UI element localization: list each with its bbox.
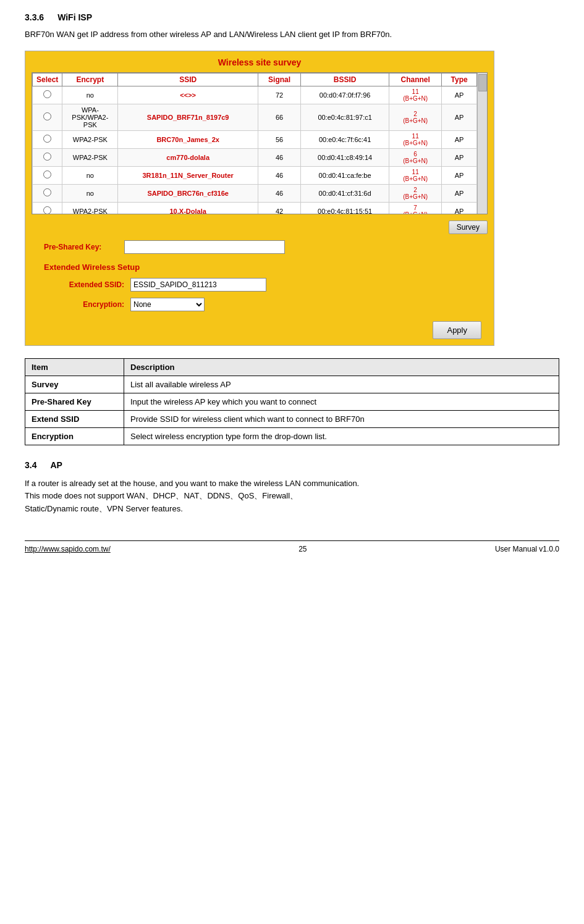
pre-shared-key-label: Pre-Shared Key: [44, 243, 118, 251]
row-channel: 2 (B+G+N) [389, 184, 442, 202]
desc-col-description: Description [124, 358, 559, 376]
survey-table-row: WPA2-PSK BRC70n_James_2x 56 00:e0:4c:7f:… [33, 130, 477, 148]
row-type: AP [442, 130, 477, 148]
encryption-row: Encryption: None WEP WPA-PSK WPA2-PSK [32, 298, 488, 311]
row-encrypt: WPA2-PSK [62, 130, 118, 148]
radio-button[interactable] [43, 112, 51, 120]
desc-item: Pre-Shared Key [25, 393, 124, 410]
row-signal: 42 [258, 202, 300, 214]
footer-version: User Manual v1.0.0 [495, 545, 559, 553]
radio-button[interactable] [43, 90, 51, 98]
survey-table-row: WPA-PSK/WPA2-PSK SAPIDO_BRF71n_8197c9 66… [33, 104, 477, 130]
col-channel: Channel [389, 73, 442, 86]
row-select[interactable] [33, 148, 62, 166]
col-bssid: BSSID [301, 73, 389, 86]
row-encrypt: no [62, 86, 118, 104]
row-ssid: 10.X-Dolala [118, 202, 258, 214]
survey-table-wrapper: Select Encrypt SSID Signal BSSID Channel… [32, 72, 488, 214]
row-encrypt: no [62, 184, 118, 202]
radio-button[interactable] [43, 170, 51, 178]
scrollbar[interactable] [477, 73, 487, 214]
row-bssid: 00:d0:41:ca:fe:be [301, 166, 389, 184]
radio-button[interactable] [43, 188, 51, 196]
row-bssid: 00:e0:4c:81:97:c1 [301, 104, 389, 130]
desc-description: Provide SSID for wireless client which w… [124, 410, 559, 427]
description-table: Item Description Survey List all availab… [25, 358, 559, 445]
apply-row: Apply [32, 321, 488, 339]
desc-item: Encryption [25, 427, 124, 445]
row-encrypt: WPA2-PSK [62, 148, 118, 166]
survey-table-row: WPA2-PSK cm770-dolala 46 00:d0:41:c8:49:… [33, 148, 477, 166]
survey-table-row: no SAPIDO_BRC76n_cf316e 46 00:d0:41:cf:3… [33, 184, 477, 202]
survey-panel: Wireless site survey Select Encrypt SSID… [25, 51, 494, 346]
extended-ssid-label: Extended SSID: [44, 280, 124, 289]
row-type: AP [442, 202, 477, 214]
extended-ssid-input[interactable] [130, 278, 266, 292]
footer-page: 25 [298, 545, 307, 553]
pre-shared-key-input[interactable] [124, 240, 285, 254]
row-channel: 11 (B+G+N) [389, 130, 442, 148]
row-channel: 6 (B+G+N) [389, 148, 442, 166]
row-bssid: 00:d0:41:c8:49:14 [301, 148, 389, 166]
row-bssid: 00:e0:4c:7f:6c:41 [301, 130, 389, 148]
survey-table: Select Encrypt SSID Signal BSSID Channel… [32, 73, 477, 214]
row-ssid: SAPIDO_BRF71n_8197c9 [118, 104, 258, 130]
row-ssid: BRC70n_James_2x [118, 130, 258, 148]
survey-table-row: WPA2-PSK 10.X-Dolala 42 00:e0:4c:81:15:5… [33, 202, 477, 214]
survey-table-row: no 3R181n_11N_Server_Router 46 00:d0:41:… [33, 166, 477, 184]
desc-description: Select wireless encryption type form the… [124, 427, 559, 445]
desc-item: Survey [25, 376, 124, 393]
col-ssid: SSID [118, 73, 258, 86]
section34-text: If a router is already set at the house,… [25, 477, 559, 516]
col-encrypt: Encrypt [62, 73, 118, 86]
row-encrypt: WPA2-PSK [62, 202, 118, 214]
desc-item: Extend SSID [25, 410, 124, 427]
section-number: 3.3.6 [25, 12, 44, 22]
section34-number: 3.4 [25, 460, 36, 470]
row-signal: 56 [258, 130, 300, 148]
radio-button[interactable] [43, 135, 51, 143]
row-type: AP [442, 184, 477, 202]
extended-setup-title: Extended Wireless Setup [32, 262, 488, 272]
row-ssid: <<>> [118, 86, 258, 104]
desc-table-row: Pre-Shared Key Input the wireless AP key… [25, 393, 559, 410]
radio-button[interactable] [43, 153, 51, 161]
row-signal: 66 [258, 104, 300, 130]
row-ssid: SAPIDO_BRC76n_cf316e [118, 184, 258, 202]
row-bssid: 00:d0:41:cf:31:6d [301, 184, 389, 202]
section34-title: AP [50, 460, 62, 470]
survey-button[interactable]: Survey [449, 220, 488, 234]
row-select[interactable] [33, 202, 62, 214]
col-signal: Signal [258, 73, 300, 86]
desc-table-row: Survey List all available wireless AP [25, 376, 559, 393]
radio-button[interactable] [43, 206, 51, 214]
encryption-label: Encryption: [44, 300, 124, 309]
apply-button[interactable]: Apply [433, 321, 481, 339]
survey-panel-title: Wireless site survey [32, 57, 488, 67]
footer-link[interactable]: http://www.sapido.com.tw/ [25, 545, 111, 553]
row-type: AP [442, 148, 477, 166]
intro-text: BRF70n WAN get IP address from other wir… [25, 28, 559, 41]
row-select[interactable] [33, 130, 62, 148]
section-34: 3.4 AP If a router is already set at the… [25, 460, 559, 516]
desc-description: Input the wireless AP key which you want… [124, 393, 559, 410]
desc-description: List all available wireless AP [124, 376, 559, 393]
footer: http://www.sapido.com.tw/ 25 User Manual… [25, 540, 559, 553]
row-encrypt: WPA-PSK/WPA2-PSK [62, 104, 118, 130]
scrollbar-thumb[interactable] [478, 74, 487, 91]
desc-table-row: Encryption Select wireless encryption ty… [25, 427, 559, 445]
row-signal: 46 [258, 166, 300, 184]
survey-table-row: no <<>> 72 00:d0:47:0f:f7:96 11 (B+G+N) … [33, 86, 477, 104]
row-encrypt: no [62, 166, 118, 184]
row-select[interactable] [33, 104, 62, 130]
row-select[interactable] [33, 184, 62, 202]
row-ssid: 3R181n_11N_Server_Router [118, 166, 258, 184]
row-channel: 11 (B+G+N) [389, 86, 442, 104]
row-type: AP [442, 166, 477, 184]
desc-table-row: Extend SSID Provide SSID for wireless cl… [25, 410, 559, 427]
encryption-select[interactable]: None WEP WPA-PSK WPA2-PSK [130, 298, 205, 311]
row-select[interactable] [33, 166, 62, 184]
row-type: AP [442, 86, 477, 104]
row-select[interactable] [33, 86, 62, 104]
row-bssid: 00:d0:47:0f:f7:96 [301, 86, 389, 104]
